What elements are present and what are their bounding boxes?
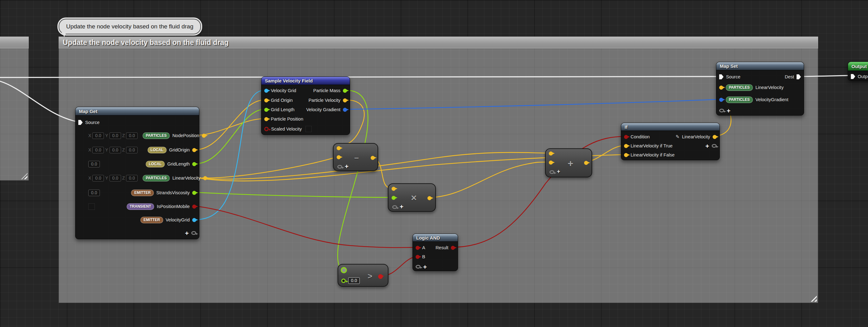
input-pin-grid-length[interactable] [264, 108, 268, 112]
add-pin-ellipsis-icon[interactable] [191, 231, 196, 235]
exec-pin-source[interactable] [719, 74, 723, 79]
output-pin-velocitygrid[interactable] [192, 218, 196, 222]
node-map-get-header[interactable]: Map Get [75, 107, 199, 115]
input-pin-scaled-velocity[interactable] [264, 127, 269, 131]
node-add[interactable]: + + [545, 148, 592, 178]
input-pin-if-false[interactable] [624, 153, 628, 157]
add-pin-ellipsis-icon[interactable] [392, 205, 397, 209]
output-pin-gridorigin[interactable] [192, 148, 196, 152]
output-pin-linearvelocity[interactable] [713, 135, 717, 139]
input-pin-a[interactable] [337, 146, 341, 150]
input-pin-grid-origin[interactable] [264, 99, 268, 103]
input-pin-velocity-grid[interactable] [264, 89, 268, 93]
add-pin-icon[interactable]: + [557, 169, 560, 174]
node-header[interactable]: Sample Velocity Field [261, 77, 350, 85]
output-pin-gridlength[interactable] [192, 162, 196, 166]
value-field[interactable]: 0.0 [110, 132, 121, 139]
wire-velocitygradient-to-mapset[interactable] [346, 99, 719, 109]
add-pin-ellipsis-icon[interactable] [712, 144, 717, 148]
add-pin-ellipsis-icon[interactable] [337, 165, 342, 169]
output-pin-linearvelocity[interactable] [203, 176, 207, 180]
wire-gridorigin[interactable] [196, 100, 264, 149]
input-pin-b[interactable] [415, 255, 420, 259]
input-pin-velocitygradient[interactable] [719, 98, 723, 102]
add-pin-icon[interactable]: + [400, 203, 403, 210]
input-pin-b[interactable] [337, 155, 341, 159]
node-header[interactable]: If [621, 123, 719, 131]
wire-linearvelocity-to-subtract[interactable] [196, 157, 336, 178]
node-header[interactable]: Map Set [716, 62, 804, 70]
node-sample-velocity-field[interactable]: Sample Velocity Field Velocity Grid Part… [261, 77, 350, 135]
input-pin-b[interactable] [341, 279, 346, 283]
input-pin-a[interactable] [341, 267, 347, 273]
wire-strandsviscosity-to-multiply[interactable] [196, 192, 391, 197]
add-pin-icon[interactable]: + [345, 163, 348, 170]
input-pin-b[interactable] [392, 196, 396, 200]
output-pin-nodeposition[interactable] [202, 134, 206, 138]
value-field[interactable]: 0.0 [110, 147, 121, 153]
value-field[interactable]: 0.0 [92, 132, 104, 139]
output-pin[interactable] [371, 156, 375, 160]
input-pin-if-true[interactable] [624, 144, 628, 148]
value-field[interactable]: 0.0 [88, 190, 100, 196]
wire-multiply-to-add[interactable] [426, 162, 548, 198]
node-if[interactable]: If Condition ✎ LinearVelocity LinearVelo… [621, 123, 720, 160]
input-pin-linearvelocity[interactable] [719, 86, 723, 90]
input-pin-b[interactable] [549, 161, 553, 165]
value-field[interactable]: 0.0 [126, 147, 137, 153]
output-pin-particle-velocity[interactable] [343, 99, 347, 103]
node-subtract[interactable]: − + [333, 143, 378, 171]
value-field[interactable]: 0.0 [92, 175, 104, 182]
wire-exec-main[interactable] [0, 77, 722, 78]
input-pin-a[interactable] [549, 152, 553, 156]
node-logic-and[interactable]: Logic AND A Result B + [412, 234, 458, 271]
bool-checkbox[interactable] [88, 203, 95, 210]
comment-bubble[interactable]: Update the node velocity based on the fl… [59, 19, 201, 34]
node-output-module[interactable]: Output M Outpu [848, 61, 868, 81]
value-field[interactable]: 0.0 [126, 175, 137, 182]
add-pin-ellipsis-icon[interactable] [415, 265, 421, 269]
value-field[interactable]: 0.0 [126, 132, 137, 139]
add-pin-icon[interactable]: + [423, 264, 427, 270]
value-field[interactable]: 0.0 [92, 147, 104, 153]
pencil-icon[interactable]: ✎ [676, 134, 680, 140]
add-pin-ellipsis-icon[interactable] [550, 170, 554, 174]
node-multiply[interactable]: × + [388, 183, 436, 212]
node-map-set[interactable]: Map Set Source Dest PARTICLES LinearVelo… [716, 62, 804, 115]
input-pin-particle-position[interactable] [264, 117, 268, 121]
output-pin[interactable] [378, 274, 383, 279]
exec-pin-output[interactable] [851, 74, 855, 79]
wire-nodeposition-to-particleposition[interactable] [196, 119, 264, 135]
output-pin-ispositionmobile[interactable] [192, 205, 196, 209]
add-pin-icon[interactable]: + [727, 107, 731, 114]
output-pin-result[interactable] [451, 246, 455, 250]
exec-pin-source[interactable] [78, 120, 83, 125]
wire-ispositionmobile-to-and-a[interactable] [196, 206, 416, 248]
exec-pin-dest[interactable] [797, 74, 801, 79]
add-pin-icon[interactable]: + [185, 230, 189, 237]
node-header[interactable]: Output M [848, 62, 868, 71]
output-pin[interactable] [428, 196, 432, 200]
input-pin-a[interactable] [392, 187, 396, 191]
add-pin-ellipsis-icon[interactable] [719, 109, 724, 112]
node-map-get[interactable]: Map Get Source X0.0 Y0.0 Z0.0 PARTICLES … [75, 107, 199, 239]
output-pin-particle-mass[interactable] [343, 89, 347, 93]
bool-checkbox[interactable] [306, 126, 312, 132]
wire-velocitygrid[interactable] [196, 90, 265, 220]
value-field[interactable]: 0.0 [348, 277, 360, 284]
output-pin[interactable] [584, 161, 588, 165]
value-field[interactable]: 0.0 [88, 161, 100, 167]
wire-exec-to-mapget-source[interactable] [0, 81, 79, 122]
input-pin-condition[interactable] [624, 135, 628, 139]
pin-label: IsPositionMobile [157, 204, 190, 209]
pin-label: GridOrigin [169, 147, 190, 153]
add-pin-icon[interactable]: + [706, 143, 709, 149]
output-pin-velocity-gradient[interactable] [343, 108, 347, 112]
node-header[interactable]: Logic AND [413, 234, 458, 242]
node-greater-than[interactable]: 0.0 > [338, 264, 389, 287]
output-pin-strandsviscosity[interactable] [192, 191, 196, 195]
graph-canvas[interactable]: Update the node velocity based on the fl… [0, 0, 868, 327]
value-field[interactable]: 0.0 [110, 175, 121, 182]
input-pin-a[interactable] [415, 246, 420, 250]
wire-gridlength[interactable] [196, 109, 264, 164]
